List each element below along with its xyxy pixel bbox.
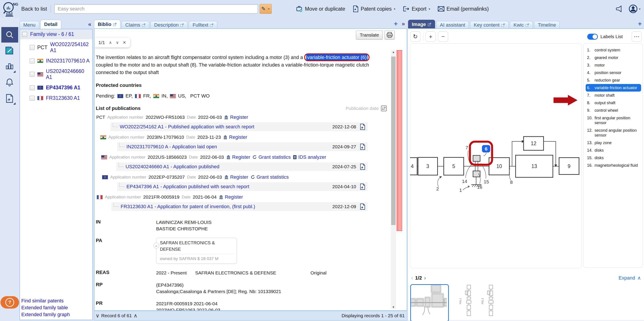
scroll-up-icon[interactable]: ▲ [391,50,396,54]
extended-family-graph-link[interactable]: Extended family graph [21,312,70,318]
register-link[interactable]: Register [219,194,243,200]
label-item[interactable]: 1.control system [586,46,641,54]
grant-statistics-link[interactable]: Grant statistics [250,174,289,180]
close-icon[interactable]: ✕ [123,40,126,45]
checkbox[interactable] [30,45,34,50]
ids-analyzer-link[interactable]: IDS analyzer [293,154,326,160]
pdf-icon[interactable] [360,164,365,170]
checkbox[interactable] [30,85,34,90]
label-item[interactable]: 10.first angular position sensor [586,114,641,126]
find-next-icon[interactable]: ∨ [116,40,119,45]
open-in-window-icon[interactable] [210,23,214,27]
label-item-selected[interactable]: 6.variable-friction actuator [586,84,641,92]
publication-link[interactable]: US20240246660 A1 - Application published [126,164,219,170]
account-menu[interactable]: ▾ [629,4,640,13]
publication-link[interactable]: EP4347396 A1 - Application published wit… [126,184,249,190]
analytics-nav-item[interactable] [0,58,19,74]
open-in-window-icon[interactable] [428,22,431,26]
register-link[interactable]: Register [226,154,250,160]
more-options-button[interactable]: ⋯ [632,32,642,42]
open-in-window-icon[interactable] [526,23,529,27]
move-or-duplicate-button[interactable]: Move or duplicate [296,6,345,12]
patent-link[interactable]: US20240246660 A1 [46,68,90,80]
export-button[interactable]: Export ▾ [403,6,430,12]
highlighted-term[interactable]: variable-friction actuator (6) [306,54,368,60]
register-link[interactable]: Register [224,174,248,180]
tab-menu[interactable]: Menu [20,21,39,29]
tab-detail[interactable]: Detail [40,20,61,29]
register-link[interactable]: Register [223,134,247,140]
tab-overflow-button[interactable]: » [402,20,405,27]
thumbnail-selected[interactable] [410,284,449,321]
patent-link[interactable]: WO2022/254162 A1 [50,42,90,54]
label-item[interactable]: 5.reduction gear [586,76,641,84]
patent-link-current[interactable]: EP4347396 A1 [46,85,80,91]
label-item[interactable]: 7.motor shaft [586,92,641,99]
open-in-window-icon[interactable] [180,23,184,27]
figure-viewer[interactable]: 4 3 5 10 13 12 9 [410,44,582,268]
tab-ai-assistant[interactable]: AI assistant [436,21,469,29]
publication-row[interactable]: WO2022/254162 A1 - Published application… [110,122,368,131]
translate-button[interactable]: Translate [356,30,383,40]
checkbox[interactable] [30,72,34,77]
open-in-window-icon[interactable] [142,23,146,27]
find-previous-icon[interactable]: ∧ [109,40,112,45]
next-record-icon[interactable]: ∧ [134,312,138,319]
label-item[interactable]: 9.control wheel [586,107,641,114]
print-button[interactable] [384,30,395,40]
labels-list-toggle[interactable] [587,34,598,40]
publication-link[interactable]: FR3123630 A1 - Application for patent of… [121,204,255,210]
pdf-tools-nav-item[interactable] [0,90,19,106]
label-item[interactable]: 14.disks [586,146,641,154]
label-item[interactable]: 4.position sensor [586,69,641,76]
open-in-window-icon[interactable] [113,22,117,26]
publication-link[interactable]: WO2022/254162 A1 - Published application… [120,124,254,130]
expand-assignee-icon[interactable]: » [154,243,159,248]
publication-row[interactable]: IN202317079610 A - Application laid open… [117,142,368,151]
tab-claims[interactable]: Claims [122,21,149,29]
family-list-item[interactable]: FR3123630 A1 [20,93,92,103]
search-edit-button[interactable]: ✎ ▾ [260,4,272,14]
tab-kwic[interactable]: Kwic [510,21,533,29]
publication-row[interactable]: FR3123630 A1 - Application for patent of… [111,202,368,211]
tab-image[interactable]: Image [408,20,435,29]
tab-description[interactable]: Description [150,21,188,29]
email-permalinks-button[interactable]: Email (permalinks) [438,6,489,12]
scroll-down-icon[interactable]: ▼ [391,306,396,309]
family-list-item[interactable]: IN202317079610 A [20,56,92,66]
tab-biblio[interactable]: Biblio [94,20,120,29]
find-similar-patents-link[interactable]: Find similar patents [21,298,70,304]
label-item[interactable]: 13.play zone [586,139,641,146]
family-list-item[interactable]: EP4347396 A1 [20,82,92,93]
label-item[interactable]: 15.disks [586,154,641,162]
thumbnail-page2[interactable]: FIG.1 FIG.2 [458,284,503,320]
patent-link[interactable]: FR3123630 A1 [46,95,80,101]
sort-icon[interactable] [381,106,387,111]
previous-record-icon[interactable]: ∨ [96,312,100,319]
zoom-in-button[interactable]: + [426,32,436,42]
zoom-out-button[interactable]: − [438,32,448,42]
family-list-item[interactable]: PCT WO2022/254162 A1 [20,39,92,56]
notes-nav-item[interactable] [0,42,19,58]
previous-page-icon[interactable]: ‹ [411,275,413,281]
patent-copies-button[interactable]: Patent copies ▾ [353,6,396,12]
publication-row[interactable]: US20240246660 A1 - Application published… [116,162,368,171]
publication-date-sort[interactable]: Publication date [346,106,387,111]
next-page-icon[interactable]: › [424,275,426,281]
checkbox[interactable] [30,58,34,64]
family-view-header[interactable]: Family view - 6 / 61 [20,29,92,39]
grant-statistics-link[interactable]: Grant statistics [252,154,290,160]
checkbox[interactable] [22,32,27,37]
family-list-item[interactable]: US20240246660 A1 [20,66,92,82]
easy-search-input[interactable] [54,4,258,14]
label-item[interactable]: 3.motor [586,62,641,69]
pdf-icon[interactable] [360,124,365,130]
label-item[interactable]: 12.second angular position sensor [586,126,641,139]
tab-timeline[interactable]: Timeline [534,21,560,29]
tab-fulltext[interactable]: Fulltext [189,21,217,29]
open-in-window-icon[interactable] [502,23,505,27]
pdf-icon[interactable] [360,184,365,190]
announcements-icon[interactable] [616,5,623,13]
scrollbar-thumb[interactable] [391,56,396,225]
expand-thumbnails[interactable]: Expand ∧ [618,275,641,281]
